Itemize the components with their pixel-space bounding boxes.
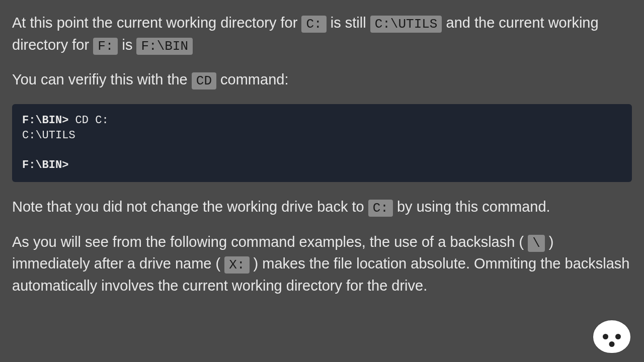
code-prompt: F:\BIN>	[22, 159, 68, 171]
text: Note that you did not change the working…	[12, 199, 368, 215]
text: command:	[216, 71, 288, 87]
inline-code-c-drive: C:	[368, 200, 393, 217]
paragraph-backslash-explainer: As you will see from the following comma…	[12, 231, 632, 296]
text: As you will see from the following comma…	[12, 234, 528, 250]
avatar-icon	[593, 320, 630, 353]
text: At this point the current working direct…	[12, 15, 301, 31]
code-command: CD C:	[68, 114, 108, 127]
inline-code-cd: CD	[192, 72, 216, 89]
code-prompt: F:\BIN>	[22, 114, 68, 127]
inline-code-backslash: \	[528, 235, 545, 252]
text: is still	[327, 15, 370, 31]
inline-code-f-drive: F:	[93, 38, 118, 55]
paragraph-cwd-explainer: At this point the current working direct…	[12, 12, 632, 56]
paragraph-verify: You can verifiy this with the CD command…	[12, 69, 632, 91]
inline-code-x-drive: X:	[224, 256, 249, 274]
inline-code-c-utils: C:\UTILS	[370, 16, 442, 33]
code-output: C:\UTILS	[22, 129, 75, 142]
inline-code-f-bin: F:\BIN	[136, 38, 193, 55]
text: is	[118, 37, 136, 53]
inline-code-c-drive: C:	[301, 16, 326, 33]
paragraph-note-no-drive-change: Note that you did not change the working…	[12, 196, 632, 218]
code-block-cd-example: F:\BIN> CD C: C:\UTILS F:\BIN>	[12, 104, 632, 182]
text: You can verifiy this with the	[12, 71, 192, 87]
text: by using this command.	[393, 199, 550, 215]
